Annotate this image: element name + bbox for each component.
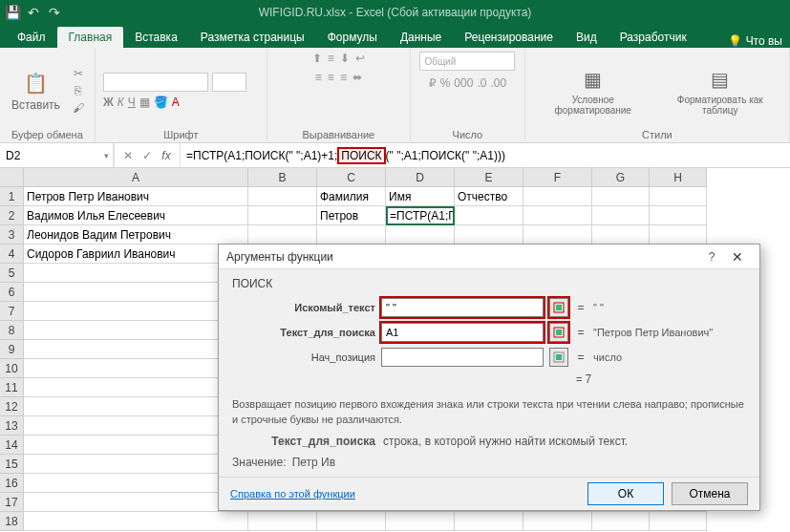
row-header-7[interactable]: 7	[0, 302, 24, 321]
cell-A6[interactable]	[24, 283, 248, 302]
select-all-corner[interactable]	[0, 168, 24, 187]
help-icon[interactable]: ?	[700, 250, 723, 264]
cell-A7[interactable]	[24, 302, 248, 321]
align-center-icon[interactable]: ≡	[328, 71, 334, 84]
cell-D1[interactable]: Имя	[386, 187, 455, 206]
format-painter-icon[interactable]: 🖌	[70, 100, 87, 116]
row-header-18[interactable]: 18	[0, 512, 24, 531]
cell-A16[interactable]	[24, 474, 248, 493]
row-header-2[interactable]: 2	[0, 206, 24, 225]
row-header-13[interactable]: 13	[0, 416, 24, 436]
tab-layout[interactable]: Разметка страницы	[189, 27, 316, 48]
arg3-input[interactable]	[381, 348, 544, 367]
cell-E1[interactable]: Отчество	[455, 187, 523, 206]
undo-icon[interactable]: ↶	[25, 4, 42, 21]
col-header-E[interactable]: E	[455, 168, 523, 187]
formula-input[interactable]: =ПСТР(A1;ПОИСК(" ";A1)+1;ПОИСК(" ";A1;ПО…	[181, 147, 790, 164]
cell-H3[interactable]	[650, 225, 707, 245]
conditional-format-button[interactable]: ▦ Условное форматирование	[533, 64, 653, 117]
name-box[interactable]: D2	[0, 143, 115, 167]
cell-A14[interactable]	[24, 436, 248, 455]
font-family-select[interactable]	[103, 73, 208, 92]
underline-button[interactable]: Ч	[128, 96, 136, 109]
font-size-select[interactable]	[212, 73, 246, 92]
currency-icon[interactable]: ₽	[429, 76, 437, 90]
row-header-17[interactable]: 17	[0, 493, 24, 512]
cell-G18[interactable]	[592, 512, 650, 531]
col-header-F[interactable]: F	[523, 168, 592, 187]
dialog-titlebar[interactable]: Аргументы функции ? ✕	[219, 245, 759, 269]
cell-H18[interactable]	[650, 512, 707, 531]
cell-E3[interactable]	[455, 225, 523, 245]
arg2-input[interactable]	[381, 323, 544, 342]
cut-icon[interactable]: ✂	[70, 66, 87, 81]
tab-data[interactable]: Данные	[389, 27, 453, 48]
cell-D2[interactable]: =ПСТР(A1;ПОИСК(" ";A1)+1;ПОИСК(" ";A1;ПО…	[386, 206, 455, 225]
col-header-B[interactable]: B	[248, 168, 317, 187]
tab-home[interactable]: Главная	[57, 27, 124, 48]
cell-A15[interactable]	[24, 455, 248, 474]
cell-D3[interactable]	[386, 225, 455, 245]
fx-icon[interactable]: fx	[159, 149, 174, 162]
close-icon[interactable]: ✕	[723, 249, 752, 265]
col-header-H[interactable]: H	[650, 168, 707, 187]
save-icon[interactable]: 💾	[4, 4, 21, 21]
align-right-icon[interactable]: ≡	[340, 71, 347, 84]
row-header-5[interactable]: 5	[0, 264, 24, 283]
tab-file[interactable]: Файл	[6, 27, 57, 48]
tab-formulas[interactable]: Формулы	[316, 27, 389, 48]
row-header-15[interactable]: 15	[0, 455, 24, 474]
cell-A18[interactable]	[24, 512, 248, 531]
row-header-10[interactable]: 10	[0, 359, 24, 378]
cell-C18[interactable]	[317, 512, 386, 531]
cell-A13[interactable]	[24, 416, 248, 436]
bold-button[interactable]: Ж	[103, 96, 114, 109]
copy-icon[interactable]: ⎘	[70, 83, 87, 98]
cell-B18[interactable]	[248, 512, 317, 531]
cell-B3[interactable]	[248, 225, 317, 245]
redo-icon[interactable]: ↷	[46, 4, 63, 21]
accept-formula-icon[interactable]: ✓	[139, 149, 155, 162]
inc-decimal-icon[interactable]: .0	[477, 76, 486, 90]
cell-A5[interactable]	[24, 264, 248, 283]
cancel-formula-icon[interactable]: ✕	[120, 149, 136, 162]
cell-G3[interactable]	[592, 225, 650, 245]
italic-button[interactable]: К	[117, 96, 124, 109]
cell-A4[interactable]: Сидоров Гавриил Иванович	[24, 245, 248, 264]
cell-A10[interactable]	[24, 359, 248, 378]
cell-E18[interactable]	[455, 512, 523, 531]
help-link[interactable]: Справка по этой функции	[230, 488, 355, 500]
cell-G1[interactable]	[592, 187, 650, 206]
align-top-icon[interactable]: ⬆	[312, 52, 322, 65]
border-icon[interactable]: ▦	[139, 96, 150, 109]
wrap-icon[interactable]: ↩	[355, 52, 365, 65]
cell-C1[interactable]: Фамилия	[317, 187, 386, 206]
percent-icon[interactable]: %	[440, 76, 451, 90]
format-table-button[interactable]: ▤ Форматировать как таблицу	[659, 64, 781, 117]
number-format-select[interactable]: Общий	[419, 52, 515, 71]
cell-A8[interactable]	[24, 321, 248, 340]
arg2-ref-button[interactable]	[549, 323, 568, 342]
row-header-12[interactable]: 12	[0, 397, 24, 416]
row-header-4[interactable]: 4	[0, 245, 24, 264]
cell-A17[interactable]	[24, 493, 248, 512]
row-header-8[interactable]: 8	[0, 321, 24, 340]
row-header-16[interactable]: 16	[0, 474, 24, 493]
cell-B2[interactable]	[248, 206, 317, 225]
cell-F18[interactable]	[523, 512, 592, 531]
cell-G2[interactable]	[592, 206, 650, 225]
cell-A3[interactable]: Леонидов Вадим Петрович	[24, 225, 248, 245]
cell-C2[interactable]: Петров	[317, 206, 386, 225]
paste-button[interactable]: 📋 Вставить	[8, 68, 64, 114]
cell-H1[interactable]	[650, 187, 707, 206]
align-bot-icon[interactable]: ⬇	[340, 52, 350, 65]
fill-color-icon[interactable]: 🪣	[154, 96, 168, 109]
col-header-C[interactable]: C	[317, 168, 386, 187]
tab-developer[interactable]: Разработчик	[609, 27, 698, 48]
cell-F1[interactable]	[523, 187, 592, 206]
col-header-A[interactable]: A	[24, 168, 248, 187]
cell-A1[interactable]: Петров Петр Иванович	[24, 187, 248, 206]
col-header-G[interactable]: G	[592, 168, 650, 187]
cell-B1[interactable]	[248, 187, 317, 206]
cell-H2[interactable]	[650, 206, 707, 225]
